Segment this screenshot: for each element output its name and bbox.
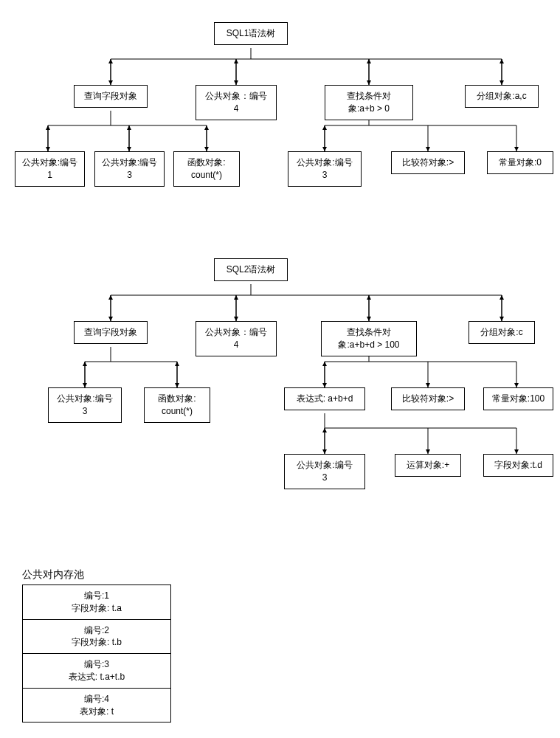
sql1-search-cond: 查找条件对象:a+b > 0 [325, 85, 413, 120]
sql2-group-obj: 分组对象:c [469, 321, 535, 344]
sql2-query-field: 查询字段对象 [74, 321, 148, 344]
sql1-group-obj: 分组对象:a,c [465, 85, 539, 108]
sql1-const-obj: 常量对象:0 [487, 151, 553, 174]
sql2-field-obj: 字段对象:t.d [483, 454, 553, 477]
sql1-func-obj: 函数对象:count(*) [173, 151, 240, 187]
pool-row: 编号:4表对象: t [23, 689, 170, 723]
sql1-pubobj4: 公共对象：编号4 [196, 85, 277, 120]
sql2-func-obj: 函数对象:count(*) [144, 387, 210, 423]
sql1-query-field: 查询字段对象 [74, 85, 148, 108]
sql2-op-obj: 运算对象:+ [395, 454, 461, 477]
sql1-root: SQL1语法树 [214, 22, 288, 45]
sql1-pubobj3b: 公共对象:编号3 [288, 151, 362, 187]
sql2-expr-abd: 表达式: a+b+d [284, 387, 365, 410]
pool-table: 编号:1字段对象: t.a 编号:2字段对象: t.b 编号:3表达式: t.a… [22, 584, 171, 723]
pool-row: 编号:3表达式: t.a+t.b [23, 654, 170, 689]
sql2-pubobj3b: 公共对象:编号3 [284, 454, 365, 489]
sql2-tree: SQL2语法树 查询字段对象 公共对象：编号4 查找条件对象:a+b+d > 1… [15, 251, 545, 524]
sql1-pubobj1: 公共对象:编号1 [15, 151, 85, 187]
sql2-search-cond: 查找条件对象:a+b+d > 100 [321, 321, 417, 356]
sql2-root: SQL2语法树 [214, 258, 288, 281]
sql1-comp-obj: 比较符对象:> [391, 151, 465, 174]
sql1-tree: SQL1语法树 查询字段对象 公共对象：编号4 查找条件对象:a+b > 0 分… [15, 15, 545, 207]
pool-row: 编号:1字段对象: t.a [23, 585, 170, 620]
pool-row: 编号:2字段对象: t.b [23, 620, 170, 655]
pool-title: 公共对内存池 [22, 568, 545, 582]
sql2-pubobj3a: 公共对象:编号3 [48, 387, 122, 423]
sql1-pubobj3a: 公共对象:编号3 [94, 151, 165, 187]
sql2-comp-obj: 比较符对象:> [391, 387, 465, 410]
sql2-const-obj: 常量对象:100 [483, 387, 553, 410]
sql2-pubobj4: 公共对象：编号4 [196, 321, 277, 356]
